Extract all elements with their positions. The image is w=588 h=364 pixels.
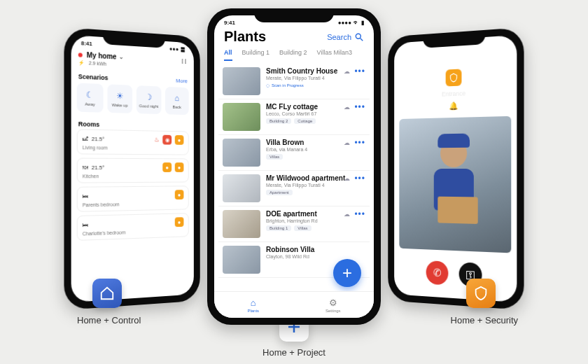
status-time: 9:41 [224,20,235,26]
more-icon[interactable]: ••• [354,141,365,145]
app-icon-home-control[interactable] [92,279,122,308]
scenario-goodnight[interactable]: ☽Good night [136,85,161,114]
status-indicators: ●●●ᯤ▮ [484,40,507,48]
scenario-label: Away [85,102,95,106]
plant-row[interactable]: MC FLy cottage Lecco, Corso Martiri 67 B… [218,99,370,135]
room-name: Living room [83,145,184,151]
bell-icon: 🔔 [394,99,517,113]
screen-home-control: 8:41 ●●●䷀ My home ⌄ ⫿⫿ ⚡ 2.9 kWh Scenari… [71,35,194,302]
cloud-icon: ☁ [344,211,350,218]
scenarios-heading: Scenarios [78,73,108,81]
plant-tag: Building 2 [266,118,291,124]
bottom-nav: ⌂Plants ⚙Settings [214,291,374,318]
search-button[interactable]: Search [327,32,364,42]
plant-address: Clayton, 98 Wild Rd [266,254,365,259]
light-badge[interactable]: ● [175,135,184,145]
camera-feed[interactable] [399,116,511,253]
caption-home-control: Home + Control [77,315,141,326]
plant-row[interactable]: Mr Wildwood apartment Merate, Via Filipp… [218,171,370,206]
sun-icon: ☀ [116,90,124,101]
shield-icon [446,69,462,86]
more-icon[interactable]: ••• [354,69,365,74]
rooms-heading: Rooms [78,120,99,128]
plant-tag: Apartment [266,190,293,195]
room-card[interactable]: 🛏● Parents bedroom [77,186,189,211]
room-card[interactable]: 🛏● Charlotte's bedroom [77,213,189,241]
nav-label: Settings [326,309,341,313]
nav-settings[interactable]: ⚙Settings [326,298,341,313]
cloud-icon: ☁ [344,68,350,75]
light-badge[interactable]: ● [175,190,184,200]
search-icon [354,32,364,42]
plant-tag: Cottage [294,118,316,124]
plant-row[interactable]: DOE apartment Brighton, Harrington Rd Bu… [218,206,370,242]
notch [254,8,334,22]
flame-icon: ♨ [154,136,159,143]
bed-icon: 🛋 [83,135,88,141]
scenario-away[interactable]: ☾Away [77,83,103,112]
app-icon-home-security[interactable] [466,279,496,308]
plant-tag: Villas [266,154,283,160]
scenario-label: Good night [139,104,159,108]
home-selector[interactable]: My home ⌄ [78,50,124,61]
delivery-person [427,139,480,225]
svg-point-0 [356,34,360,38]
nav-plants[interactable]: ⌂Plants [247,298,259,313]
add-plant-button[interactable]: + [333,259,361,287]
room-card[interactable]: 🍽21.5°●● Kitchen [77,158,189,183]
bed-icon: 🛏 [83,192,88,199]
tab-building2[interactable]: Building 2 [279,49,307,61]
phone-home-control: 8:41 ●●●䷀ My home ⌄ ⫿⫿ ⚡ 2.9 kWh Scenari… [64,27,200,310]
light-badge[interactable]: ● [162,162,172,172]
plus-icon: + [342,263,352,283]
spinner-icon: ◌ [266,83,270,88]
light-badge[interactable]: ● [175,162,184,172]
plant-address: Merate, Via Filippo Turati 4 [266,183,365,188]
room-temp: 21.5° [92,135,151,142]
plant-tag: Building 1 [266,225,291,231]
screen-home-project: 9:41 ●●●●ᯤ▮ Plants Search All Building 1… [214,15,374,318]
stats-icon[interactable]: ⫿⫿ [181,57,188,64]
phone-home-security: ●●●ᯤ▮ Entrance 🔔 ✆ ⚿ [388,27,524,310]
plant-row[interactable]: Smith Country House Merate, Via Filippo … [218,64,370,99]
room-name: Parents bedroom [83,201,184,208]
bolt-icon: ⚡ [78,60,85,66]
cloud-icon: ☁ [344,139,350,146]
decline-call-button[interactable]: ✆ [426,260,449,285]
scenario-back[interactable]: ⌂Back [165,87,189,115]
status-indicators: ●●●●ᯤ▮ [338,20,364,26]
room-name: Kitchen [83,174,184,179]
home-status-dot [78,52,83,57]
search-label: Search [327,33,351,41]
plant-address: Erba, via Manara 4 [266,147,365,152]
plant-row[interactable]: Villa Brown Erba, via Manara 4 Villas ☁•… [218,135,370,171]
home-icon: ⌂ [251,298,256,308]
plant-address: Brighton, Harrington Rd [266,218,365,223]
night-icon: ☽ [145,92,152,102]
tab-building1[interactable]: Building 1 [242,49,270,61]
light-badge[interactable]: ● [175,217,184,227]
more-icon[interactable]: ••• [354,105,365,109]
tab-bar: All Building 1 Building 2 Villas Milan3 [214,48,374,61]
scenario-wakeup[interactable]: ☀Wake up [107,84,132,113]
camera-badge[interactable]: ◉ [162,135,172,145]
scenario-label: Wake up [112,102,128,107]
more-icon[interactable]: ••• [354,212,365,216]
plant-name: Robinson Villa [266,246,365,253]
scenarios-more-link[interactable]: More [176,78,188,85]
moon-icon: ☾ [86,90,94,100]
home-icon: ⌂ [174,93,179,103]
home-name: My home [87,51,117,61]
room-card[interactable]: 🛋21.5°♨◉● Living room [77,129,189,155]
more-icon[interactable]: ••• [354,176,365,181]
phone-home-project: 9:41 ●●●●ᯤ▮ Plants Search All Building 1… [207,8,381,325]
tab-villas[interactable]: Villas Milan3 [317,49,352,61]
cloud-icon: ☁ [344,175,350,182]
plant-thumbnail [223,174,260,202]
plant-thumbnail [223,139,260,167]
room-temp: 21.5° [92,164,160,170]
svg-line-1 [360,38,363,41]
cloud-icon: ☁ [344,104,350,111]
plant-tag: Villas [294,225,311,231]
tab-all[interactable]: All [224,49,232,61]
